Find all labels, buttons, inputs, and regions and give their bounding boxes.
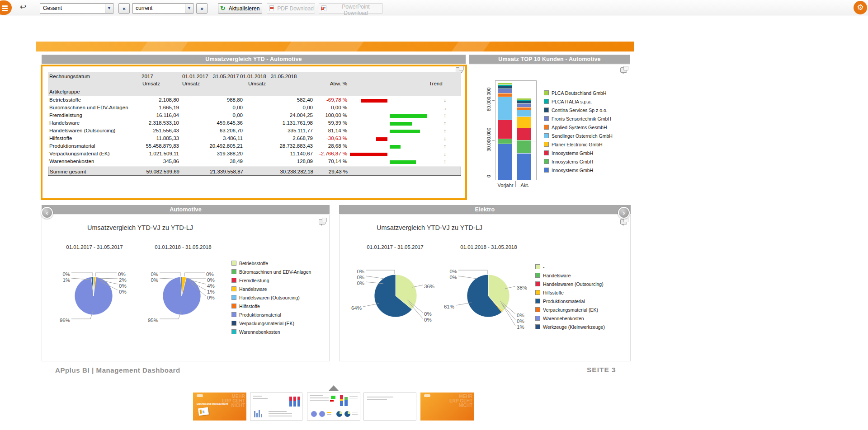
pdf-download-button[interactable]: PDF Download (267, 3, 315, 14)
trend-bar (376, 137, 387, 141)
scope-select-value: Gesamt (43, 5, 62, 11)
cell-v2: 21.339.558,87 (175, 168, 243, 176)
powerpoint-button-label: PowerPoint Download (342, 4, 369, 16)
next-period-button[interactable]: » (196, 3, 208, 14)
legend-label: Fremdleistung (239, 278, 269, 283)
legend-swatch (544, 116, 549, 121)
table-row: Handelsware2.318.533,10459.645,361.131.7… (48, 120, 461, 127)
bar-segment (498, 84, 512, 86)
legend-label: Sendlinger Österreich GmbH (552, 133, 613, 139)
cell-v4: 28,68 % (301, 143, 347, 149)
elektro-date-right: 01.01.2018 - 31.05.2018 (455, 244, 523, 250)
stacked-bar-Akt. (517, 98, 531, 180)
orange-banner (36, 42, 634, 51)
page-thumbnail-1[interactable]: Dashboard Management MEHR ERP GEHT NICHT (193, 393, 246, 421)
trend-bar (390, 145, 401, 149)
table-body: Betriebsstoffe2.108,80988,80582,40-69,78… (48, 97, 461, 176)
trend-bar (390, 160, 416, 164)
legend-item: Contina Services Sp z o.o. (544, 106, 613, 114)
header-col-abw: Abw. % (301, 81, 347, 86)
comment-icon[interactable] (319, 219, 326, 224)
legend-label: Handelswaren (Outsourcing) (239, 295, 300, 300)
legend-swatch (231, 278, 236, 283)
legend-label: Werkzeuge (Kleinwerkzeuge) (543, 324, 605, 330)
legend-swatch (535, 281, 540, 286)
undo-icon[interactable]: ↩ (20, 2, 26, 12)
scope-select[interactable]: Gesamt ▼ (40, 3, 113, 14)
trend-arrow-up: ↑ (439, 128, 450, 134)
automotive-subtitle: Umsatzvergleich YTD-VJ zu YTD-LJ (59, 224, 222, 231)
legend-item: Verpackungsmaterial (EK) (231, 319, 311, 327)
carousel-left-arrow[interactable]: ‹ (41, 207, 53, 219)
legend-swatch (535, 264, 540, 269)
trend-arrow-up: ↑ (439, 143, 450, 150)
page-thumbnail-4[interactable] (363, 393, 416, 421)
comment-icon[interactable] (620, 219, 627, 224)
page-thumbnail-3[interactable] (307, 393, 360, 421)
bar-segment (498, 86, 512, 89)
legend-label: - (543, 264, 545, 270)
legend-label: Contina Services Sp z o.o. (552, 108, 608, 113)
cell-v2: 0,00 (175, 112, 243, 118)
legend-item: Büromaschinen und EDV-Anlagen (231, 267, 311, 276)
legend-swatch (231, 304, 236, 308)
legend-swatch (231, 321, 236, 326)
cell-v2: 0,00 (175, 105, 243, 110)
header-row-dim: Rechnungsdatum (49, 74, 90, 79)
legend-label: Hilfsstoffe (543, 290, 564, 295)
trend-arrow-down: ↓ (439, 97, 450, 103)
legend-label: Handelsware (239, 286, 267, 292)
page-thumbnail-2[interactable] (250, 393, 302, 421)
cell-v1: 1.665,19 (111, 105, 179, 110)
table-row: Produktionsmaterial55.458.879,8320.492.8… (48, 143, 461, 150)
cell-v2: 20.492.805,21 (175, 143, 243, 149)
trend-arrow-up: ↑ (439, 120, 450, 126)
table-row: Büromaschinen und EDV-Anlagen1.665,190,0… (48, 104, 461, 112)
cell-v1: 11.885,33 (111, 136, 179, 141)
table-row: Warennebenkosten345,8638,49128,8970,14 %… (48, 158, 461, 166)
top10-panel-title: Umsatz TOP 10 Kunden - Automotive (469, 55, 630, 64)
bar-segment (517, 101, 531, 103)
cell-v2: 63.206,70 (175, 128, 243, 133)
carousel-right-arrow[interactable]: › (618, 207, 630, 219)
legend-item: Innosystems GmbH (544, 149, 613, 157)
legend-label: Produktionsmaterial (239, 312, 281, 318)
refresh-button[interactable]: ↻ Aktualisieren (218, 3, 262, 14)
chevron-down-icon: ▼ (185, 4, 193, 13)
header-group-dim: Artikelgruppe (49, 89, 80, 94)
table-total-row: Summe gesamt59.082.599,6921.339.558,8730… (48, 167, 461, 176)
menu-button[interactable] (0, 0, 12, 15)
previous-period-button[interactable]: « (118, 3, 130, 14)
legend-item: Handelswaren (Outsourcing) (231, 293, 311, 302)
bar-segment (498, 97, 512, 120)
cell-v2: 988,80 (175, 97, 243, 103)
powerpoint-download-button[interactable]: P PowerPoint Download (319, 3, 383, 14)
cell-v2: 3.486,11 (175, 136, 243, 141)
bar-segment (517, 117, 531, 128)
legend-swatch (544, 90, 549, 95)
bar-segment (517, 98, 531, 100)
x-label-akt: Akt. (517, 182, 533, 188)
top10-bar-chart (495, 80, 537, 180)
cell-v4: 100,00 % (301, 112, 347, 118)
elektro-date-left: 01.01.2017 - 31.05.2017 (361, 244, 429, 250)
settings-gear-button[interactable]: ⚙ (854, 1, 867, 14)
pdf-icon (269, 5, 274, 11)
y-tick-60m: 60.000.000 (486, 72, 491, 126)
legend-item: Verpackungsmaterial (EK) (535, 305, 605, 314)
period-select[interactable]: current ▼ (132, 3, 193, 14)
cell-v2: 38,49 (175, 159, 243, 164)
legend-item: PLCA Deutschland GmbH (544, 89, 613, 97)
page-thumbnail-5[interactable]: MEHR ERP GEHT NICHT (420, 393, 474, 421)
cell-v1: 2.318.533,10 (111, 120, 179, 126)
legend-label: Handelswaren (Outsourcing) (543, 281, 604, 287)
cell-v4: -30,63 % (301, 136, 347, 141)
legend-swatch (231, 329, 236, 334)
page-number-label: SEITE 3 (587, 366, 616, 374)
cell-v1: 1.021.509,11 (111, 151, 179, 156)
comment-icon[interactable] (620, 67, 627, 73)
header-col-trend: Trend (429, 81, 443, 86)
legend-item: Applied Systems GesmbH (544, 123, 613, 131)
table-row: Fremdleistung16.116,040,0024.004,25100,0… (48, 112, 461, 120)
trend-arrow-down: ↓ (439, 151, 450, 157)
